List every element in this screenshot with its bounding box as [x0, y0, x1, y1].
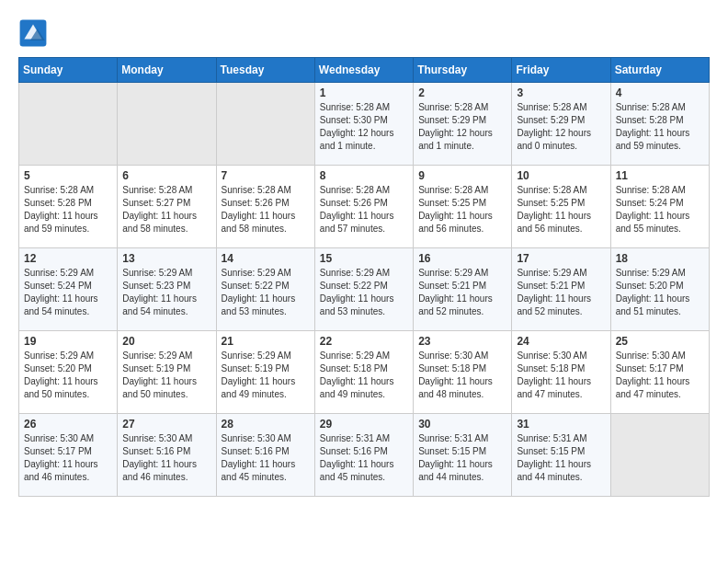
- day-info: Sunrise: 5:29 AMSunset: 5:20 PMDaylight:…: [616, 267, 704, 318]
- calendar-cell: [216, 83, 314, 166]
- day-number: 9: [418, 169, 506, 182]
- calendar-body: 1 Sunrise: 5:28 AMSunset: 5:30 PMDayligh…: [19, 83, 710, 497]
- day-number: 24: [517, 335, 605, 348]
- weekday-header: Monday: [118, 58, 216, 83]
- day-info: Sunrise: 5:28 AMSunset: 5:26 PMDaylight:…: [222, 184, 310, 236]
- day-info: Sunrise: 5:29 AMSunset: 5:21 PMDaylight:…: [418, 267, 506, 318]
- calendar-cell: 23 Sunrise: 5:30 AMSunset: 5:18 PMDaylig…: [414, 331, 512, 414]
- day-info: Sunrise: 5:28 AMSunset: 5:30 PMDaylight:…: [320, 101, 408, 153]
- calendar-week-row: 26 Sunrise: 5:30 AMSunset: 5:17 PMDaylig…: [19, 414, 710, 497]
- day-info: Sunrise: 5:28 AMSunset: 5:28 PMDaylight:…: [24, 184, 112, 236]
- day-info: Sunrise: 5:28 AMSunset: 5:26 PMDaylight:…: [320, 184, 408, 236]
- day-number: 23: [418, 335, 506, 348]
- calendar-cell: 20 Sunrise: 5:29 AMSunset: 5:19 PMDaylig…: [118, 331, 216, 414]
- calendar-cell: 31 Sunrise: 5:31 AMSunset: 5:15 PMDaylig…: [512, 414, 610, 497]
- calendar-cell: 16 Sunrise: 5:29 AMSunset: 5:21 PMDaylig…: [414, 248, 512, 331]
- day-info: Sunrise: 5:30 AMSunset: 5:17 PMDaylight:…: [24, 432, 112, 484]
- calendar-cell: 25 Sunrise: 5:30 AMSunset: 5:17 PMDaylig…: [610, 331, 709, 414]
- day-number: 4: [616, 86, 704, 99]
- day-info: Sunrise: 5:29 AMSunset: 5:22 PMDaylight:…: [320, 267, 408, 318]
- calendar-cell: 13 Sunrise: 5:29 AMSunset: 5:23 PMDaylig…: [118, 248, 216, 331]
- day-number: 14: [222, 252, 310, 265]
- calendar-cell: 2 Sunrise: 5:28 AMSunset: 5:29 PMDayligh…: [414, 83, 512, 166]
- day-info: Sunrise: 5:29 AMSunset: 5:21 PMDaylight:…: [517, 267, 605, 318]
- day-info: Sunrise: 5:29 AMSunset: 5:20 PMDaylight:…: [24, 350, 112, 401]
- day-number: 31: [517, 418, 605, 431]
- day-number: 25: [616, 335, 704, 348]
- day-number: 16: [418, 252, 506, 265]
- page-header: [18, 18, 710, 48]
- day-info: Sunrise: 5:28 AMSunset: 5:24 PMDaylight:…: [616, 184, 704, 236]
- calendar-cell: 29 Sunrise: 5:31 AMSunset: 5:16 PMDaylig…: [314, 414, 413, 497]
- day-number: 21: [222, 335, 310, 348]
- day-number: 15: [320, 252, 408, 265]
- day-info: Sunrise: 5:29 AMSunset: 5:24 PMDaylight:…: [24, 267, 112, 318]
- day-number: 29: [320, 418, 408, 431]
- day-number: 19: [24, 335, 112, 348]
- day-number: 20: [122, 335, 210, 348]
- calendar-week-row: 5 Sunrise: 5:28 AMSunset: 5:28 PMDayligh…: [19, 166, 710, 248]
- calendar-cell: 19 Sunrise: 5:29 AMSunset: 5:20 PMDaylig…: [19, 331, 118, 414]
- calendar-cell: 6 Sunrise: 5:28 AMSunset: 5:27 PMDayligh…: [118, 166, 216, 248]
- day-info: Sunrise: 5:30 AMSunset: 5:18 PMDaylight:…: [418, 350, 506, 401]
- day-number: 13: [122, 252, 210, 265]
- calendar-cell: [118, 83, 216, 166]
- calendar-cell: 1 Sunrise: 5:28 AMSunset: 5:30 PMDayligh…: [314, 83, 413, 166]
- day-info: Sunrise: 5:29 AMSunset: 5:22 PMDaylight:…: [222, 267, 310, 318]
- day-number: 30: [418, 418, 506, 431]
- day-number: 17: [517, 252, 605, 265]
- calendar-cell: 9 Sunrise: 5:28 AMSunset: 5:25 PMDayligh…: [414, 166, 512, 248]
- day-info: Sunrise: 5:28 AMSunset: 5:29 PMDaylight:…: [517, 101, 605, 153]
- calendar-header: SundayMondayTuesdayWednesdayThursdayFrid…: [19, 58, 710, 83]
- day-info: Sunrise: 5:31 AMSunset: 5:15 PMDaylight:…: [418, 432, 506, 484]
- calendar-cell: 22 Sunrise: 5:29 AMSunset: 5:18 PMDaylig…: [314, 331, 413, 414]
- day-number: 18: [616, 252, 704, 265]
- day-info: Sunrise: 5:30 AMSunset: 5:17 PMDaylight:…: [616, 350, 704, 401]
- calendar-cell: 28 Sunrise: 5:30 AMSunset: 5:16 PMDaylig…: [216, 414, 314, 497]
- day-info: Sunrise: 5:29 AMSunset: 5:19 PMDaylight:…: [222, 350, 310, 401]
- day-info: Sunrise: 5:29 AMSunset: 5:19 PMDaylight:…: [122, 350, 210, 401]
- calendar-cell: 26 Sunrise: 5:30 AMSunset: 5:17 PMDaylig…: [19, 414, 118, 497]
- day-info: Sunrise: 5:28 AMSunset: 5:25 PMDaylight:…: [418, 184, 506, 236]
- calendar-cell: 14 Sunrise: 5:29 AMSunset: 5:22 PMDaylig…: [216, 248, 314, 331]
- day-info: Sunrise: 5:28 AMSunset: 5:25 PMDaylight:…: [517, 184, 605, 236]
- calendar-cell: 24 Sunrise: 5:30 AMSunset: 5:18 PMDaylig…: [512, 331, 610, 414]
- calendar-cell: 8 Sunrise: 5:28 AMSunset: 5:26 PMDayligh…: [314, 166, 413, 248]
- weekday-header: Saturday: [610, 58, 709, 83]
- calendar-cell: 27 Sunrise: 5:30 AMSunset: 5:16 PMDaylig…: [118, 414, 216, 497]
- calendar-week-row: 19 Sunrise: 5:29 AMSunset: 5:20 PMDaylig…: [19, 331, 710, 414]
- weekday-header: Wednesday: [314, 58, 413, 83]
- day-number: 11: [616, 169, 704, 182]
- logo: [18, 18, 51, 48]
- day-info: Sunrise: 5:31 AMSunset: 5:15 PMDaylight:…: [517, 432, 605, 484]
- calendar-cell: 7 Sunrise: 5:28 AMSunset: 5:26 PMDayligh…: [216, 166, 314, 248]
- day-number: 7: [222, 169, 310, 182]
- calendar-cell: 21 Sunrise: 5:29 AMSunset: 5:19 PMDaylig…: [216, 331, 314, 414]
- day-number: 10: [517, 169, 605, 182]
- weekday-header: Thursday: [414, 58, 512, 83]
- day-info: Sunrise: 5:28 AMSunset: 5:29 PMDaylight:…: [418, 101, 506, 153]
- weekday-header: Friday: [512, 58, 610, 83]
- day-number: 8: [320, 169, 408, 182]
- day-info: Sunrise: 5:29 AMSunset: 5:18 PMDaylight:…: [320, 350, 408, 401]
- calendar-cell: 30 Sunrise: 5:31 AMSunset: 5:15 PMDaylig…: [414, 414, 512, 497]
- day-info: Sunrise: 5:28 AMSunset: 5:28 PMDaylight:…: [616, 101, 704, 153]
- calendar-cell: 17 Sunrise: 5:29 AMSunset: 5:21 PMDaylig…: [512, 248, 610, 331]
- day-info: Sunrise: 5:28 AMSunset: 5:27 PMDaylight:…: [122, 184, 210, 236]
- weekday-header: Sunday: [19, 58, 118, 83]
- day-number: 5: [24, 169, 112, 182]
- day-number: 3: [517, 86, 605, 99]
- weekday-row: SundayMondayTuesdayWednesdayThursdayFrid…: [19, 58, 710, 83]
- day-info: Sunrise: 5:31 AMSunset: 5:16 PMDaylight:…: [320, 432, 408, 484]
- day-number: 22: [320, 335, 408, 348]
- calendar-cell: [610, 414, 709, 497]
- calendar-cell: 12 Sunrise: 5:29 AMSunset: 5:24 PMDaylig…: [19, 248, 118, 331]
- day-info: Sunrise: 5:30 AMSunset: 5:16 PMDaylight:…: [122, 432, 210, 484]
- calendar-cell: 3 Sunrise: 5:28 AMSunset: 5:29 PMDayligh…: [512, 83, 610, 166]
- calendar-cell: 18 Sunrise: 5:29 AMSunset: 5:20 PMDaylig…: [610, 248, 709, 331]
- calendar-cell: 15 Sunrise: 5:29 AMSunset: 5:22 PMDaylig…: [314, 248, 413, 331]
- day-info: Sunrise: 5:30 AMSunset: 5:16 PMDaylight:…: [222, 432, 310, 484]
- day-number: 12: [24, 252, 112, 265]
- calendar-week-row: 12 Sunrise: 5:29 AMSunset: 5:24 PMDaylig…: [19, 248, 710, 331]
- calendar-cell: 11 Sunrise: 5:28 AMSunset: 5:24 PMDaylig…: [610, 166, 709, 248]
